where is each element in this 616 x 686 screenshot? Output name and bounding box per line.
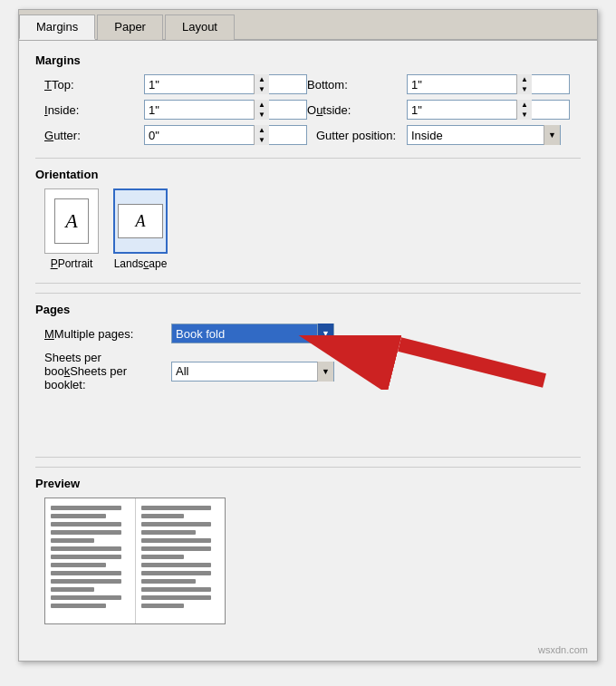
margins-grid: TTop: ▲ ▼ Bottom: ▲ ▼ <box>44 74 581 120</box>
multiple-pages-label: MMultiple pages: <box>44 327 162 341</box>
landscape-button[interactable]: A Landscape <box>113 188 168 270</box>
tab-bar: Margins Paper Layout <box>19 10 597 41</box>
outside-spinner: ▲ ▼ <box>516 100 532 120</box>
gutter-position-select[interactable]: Inside Top Left Right <box>408 126 544 144</box>
bottom-label: Bottom: <box>307 78 407 92</box>
inside-spin-up[interactable]: ▲ <box>255 100 269 110</box>
top-spin-down[interactable]: ▼ <box>255 84 269 94</box>
gutter-spin-down[interactable]: ▼ <box>255 135 269 145</box>
preview-left-page <box>45 498 136 623</box>
dialog-content: Margins TTop: ▲ ▼ Bottom: ▲ ▼ <box>19 41 597 641</box>
inside-input-wrap[interactable]: ▲ ▼ <box>144 100 307 120</box>
divider-1 <box>35 158 581 159</box>
landscape-label: Landscape <box>114 257 168 270</box>
preview-line <box>51 579 121 584</box>
preview-line <box>141 514 185 518</box>
preview-line <box>51 595 121 600</box>
gutter-input-wrap[interactable]: ▲ ▼ <box>144 125 307 145</box>
inside-spinner: ▲ ▼ <box>254 100 269 120</box>
red-arrow-annotation <box>291 335 563 390</box>
gutter-spinner: ▲ ▼ <box>254 125 269 145</box>
preview-line <box>51 522 121 527</box>
preview-line <box>51 571 121 575</box>
watermark: wsxdn.com <box>19 641 597 661</box>
preview-line <box>141 604 185 608</box>
annotation-area <box>35 399 581 444</box>
preview-section: Preview <box>35 467 581 624</box>
preview-line <box>141 579 197 584</box>
svg-line-1 <box>399 344 544 381</box>
orientation-title: Orientation <box>35 168 581 181</box>
preview-line <box>141 555 185 559</box>
preview-line <box>141 595 212 600</box>
gutter-position-label: Gutter position: <box>307 129 407 142</box>
tab-margins[interactable]: Margins <box>19 14 95 40</box>
portrait-icon: A <box>44 188 99 254</box>
inside-spin-down[interactable]: ▼ <box>255 110 269 120</box>
gutter-position-select-wrap[interactable]: Inside Top Left Right ▼ <box>407 125 561 145</box>
preview-line <box>51 514 106 518</box>
preview-line <box>141 571 212 575</box>
outside-spin-up[interactable]: ▲ <box>517 100 532 110</box>
inside-label: Inside: <box>44 103 144 117</box>
top-spin-up[interactable]: ▲ <box>255 74 269 84</box>
margins-section-title: Margins <box>35 53 581 67</box>
margins-section: Margins TTop: ▲ ▼ Bottom: ▲ ▼ <box>35 53 581 145</box>
outside-label: Outside: <box>307 103 407 117</box>
preview-title: Preview <box>35 477 581 490</box>
sheets-label: Sheets per bookSheets per booklet: <box>44 351 162 391</box>
landscape-icon: A <box>113 188 168 254</box>
orientation-buttons: A PPortrait A Landscape <box>44 188 581 270</box>
page-setup-dialog: Margins Paper Layout Margins TTop: ▲ ▼ <box>18 9 598 662</box>
preview-line <box>51 555 121 559</box>
tab-layout[interactable]: Layout <box>165 14 235 40</box>
bottom-spinner: ▲ ▼ <box>516 74 532 94</box>
gutter-row: Gutter: ▲ ▼ Gutter position: Inside Top … <box>44 125 581 145</box>
divider-3 <box>35 457 581 458</box>
preview-box <box>44 498 226 624</box>
bottom-input[interactable] <box>408 75 516 93</box>
preview-line <box>141 587 212 592</box>
landscape-page-icon: A <box>118 204 163 238</box>
portrait-page-icon: A <box>54 198 89 244</box>
preview-line <box>51 530 121 535</box>
pages-title: Pages <box>35 303 581 316</box>
bottom-spin-down[interactable]: ▼ <box>517 84 532 94</box>
gutter-spin-up[interactable]: ▲ <box>255 125 269 135</box>
preview-line <box>141 563 212 567</box>
top-input-wrap[interactable]: ▲ ▼ <box>144 74 307 94</box>
gutter-label: Gutter: <box>44 129 144 142</box>
pages-section: Pages MMultiple pages: Book fold Normal … <box>35 293 581 444</box>
preview-line <box>51 587 94 592</box>
bottom-spin-up[interactable]: ▲ <box>517 74 532 84</box>
preview-line <box>141 522 212 527</box>
portrait-label: PPortrait <box>51 257 93 270</box>
tab-paper[interactable]: Paper <box>97 14 163 40</box>
gutter-position-wrap: Inside Top Left Right ▼ <box>407 125 581 145</box>
gutter-position-dropdown-arrow[interactable]: ▼ <box>544 125 560 145</box>
portrait-button[interactable]: A PPortrait <box>44 188 99 270</box>
preview-line <box>51 604 106 608</box>
divider-2 <box>35 283 581 284</box>
preview-line <box>51 546 121 551</box>
top-spinner: ▲ ▼ <box>254 74 269 94</box>
preview-line <box>51 563 106 567</box>
preview-line <box>141 506 212 510</box>
top-input[interactable] <box>145 75 254 93</box>
top-label: TTop: <box>44 78 144 92</box>
outside-input[interactable] <box>408 101 516 119</box>
inside-input[interactable] <box>145 101 254 119</box>
bottom-input-wrap[interactable]: ▲ ▼ <box>407 74 570 94</box>
preview-right-page <box>136 498 226 623</box>
gutter-input[interactable] <box>145 126 254 144</box>
orientation-section: Orientation A PPortrait A <box>35 168 581 270</box>
preview-line <box>141 530 197 535</box>
preview-line <box>51 506 121 510</box>
outside-spin-down[interactable]: ▼ <box>517 110 532 120</box>
preview-line <box>141 546 212 551</box>
preview-line <box>51 538 94 543</box>
preview-line <box>141 538 212 543</box>
outside-input-wrap[interactable]: ▲ ▼ <box>407 100 570 120</box>
